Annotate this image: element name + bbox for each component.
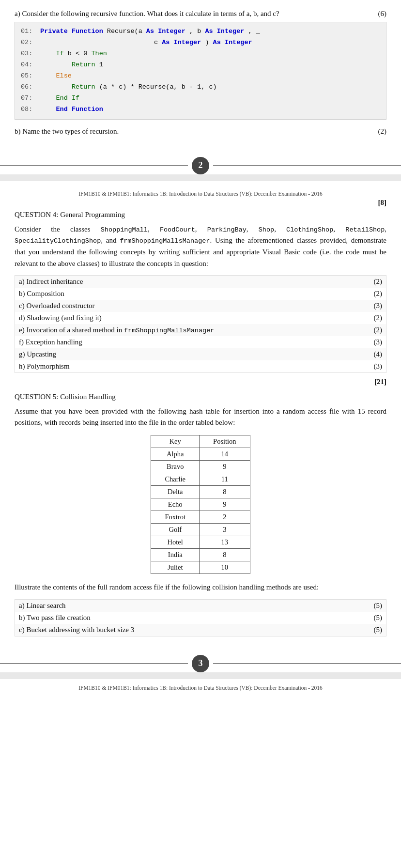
key-echo: Echo	[151, 498, 200, 511]
code-line-06: 06: Return (a * c) * Recurse(a, b - 1, c…	[21, 82, 380, 93]
question4-items: a) Indirect inheritance (2) b) Compositi…	[15, 275, 386, 373]
key-bravo: Bravo	[151, 461, 200, 473]
q4-item-d-marks: (2)	[374, 314, 383, 322]
class-shoppingmall: ShoppingMall	[101, 226, 148, 233]
class-clothingshop: ClothingShop	[286, 226, 333, 233]
footer-band-2	[0, 174, 401, 181]
code-content-04: Return 1	[36, 60, 103, 71]
question4-total: [21]	[15, 378, 386, 386]
collision-item-a: a) Linear search (5)	[15, 600, 386, 612]
table-row: Golf3	[151, 524, 250, 536]
code-content-05: Else	[36, 71, 72, 82]
line-num-02: 02:	[21, 37, 36, 48]
question4-title-bold: QUESTION 4:	[15, 211, 58, 218]
code-content-07: End If	[36, 93, 79, 104]
divider-line-left	[0, 165, 188, 166]
line-num-06: 06:	[21, 82, 36, 93]
bottom-footer-text: IFM1B10 & IFM01B1: Informatics 1B: Intro…	[15, 682, 386, 693]
page3-section: IFM1B10 & IFM01B1: Informatics 1B: Intro…	[0, 181, 401, 646]
kw-else: Else	[56, 72, 72, 79]
pos-foxtrot: 2	[200, 511, 250, 524]
pos-bravo: 9	[200, 461, 250, 473]
question5-subtitle: Collision Handling	[58, 393, 115, 401]
key-charlie: Charlie	[151, 473, 200, 486]
question4-subtitle: General Programming	[58, 211, 124, 218]
question-b-marks: (2)	[378, 127, 387, 136]
pos-hotel: 13	[200, 536, 250, 549]
code-content-03: If b < 0 Then	[36, 48, 107, 60]
question4-body: Consider the classes ShoppingMall, FoodC…	[15, 224, 386, 269]
page2-divider: 2	[0, 157, 401, 174]
code-spaces: c	[36, 39, 162, 46]
question5-title: QUESTION 5: Collision Handling	[15, 393, 386, 401]
code-frm: frmShoppingMallsManager	[124, 327, 214, 334]
page-number-3: 3	[192, 655, 209, 672]
q4-item-c-label: c) Overloaded constructor	[19, 302, 95, 310]
q4-item-g-marks: (4)	[374, 350, 383, 358]
table-header-row: Key Position	[151, 435, 250, 448]
line-num-07: 07:	[21, 93, 36, 104]
col-key: Key	[151, 435, 200, 448]
pos-echo: 9	[200, 498, 250, 511]
page2-top: a) Consider the following recursive func…	[0, 0, 401, 148]
indent1	[36, 50, 52, 57]
table-row: Bravo9	[151, 461, 250, 473]
col-position: Position	[200, 435, 250, 448]
divider-line-right	[213, 165, 401, 166]
q4-item-a-marks: (2)	[374, 278, 383, 286]
code-line-01: 01: Private Function Recurse(a As Intege…	[21, 26, 380, 37]
key-golf: Golf	[151, 524, 200, 536]
page3-divider: 3	[0, 655, 401, 672]
code-line-05: 05: Else	[21, 71, 380, 82]
table-row: Charlie11	[151, 473, 250, 486]
question-a-label: a) Consider the following recursive func…	[15, 10, 279, 18]
class-foodcourt: FoodCourt	[160, 226, 195, 233]
kw-return1: Return	[72, 61, 95, 68]
collision-item-b: b) Two pass file creation (5)	[15, 612, 386, 624]
q4-item-d-label: d) Shadowing (and fixing it)	[19, 314, 102, 322]
key-delta: Delta	[151, 486, 200, 498]
q4-item-f-label: f) Exception handling	[19, 338, 82, 346]
divider-line-left-3	[0, 663, 188, 664]
table-row: Hotel13	[151, 536, 250, 549]
q4-item-h-marks: (3)	[374, 362, 383, 371]
code-block: 01: Private Function Recurse(a As Intege…	[15, 22, 386, 120]
q4-item-c-marks: (3)	[374, 302, 383, 310]
q4-item-b-label: b) Composition	[19, 290, 64, 298]
pos-delta: 8	[200, 486, 250, 498]
q4-item-a-label: a) Indirect inheritance	[19, 278, 83, 286]
kw-endfunction: End Function	[56, 106, 103, 113]
table-row: Foxtrot2	[151, 511, 250, 524]
question-part-a: a) Consider the following recursive func…	[15, 10, 386, 120]
total-marks-q3: [8]	[15, 199, 386, 207]
footer-band-bottom	[0, 672, 401, 679]
bottom-footer: IFM1B10 & IFM01B1: Informatics 1B: Intro…	[0, 679, 401, 696]
kw-asint2: As Integer	[205, 28, 244, 35]
collision-a-marks: (5)	[374, 602, 383, 610]
key-alpha: Alpha	[151, 448, 200, 461]
question5-title-bold: QUESTION 5:	[15, 393, 58, 401]
class-speciality: SpecialityClothingShop	[15, 237, 101, 245]
pos-charlie: 11	[200, 473, 250, 486]
code-recurse: Recurse(a	[107, 28, 146, 35]
line-num-01: 01:	[21, 26, 36, 37]
code-content-06: Return (a * c) * Recurse(a, b - 1, c)	[36, 82, 217, 93]
q4-item-g-label: g) Upcasting	[19, 350, 56, 358]
q4-item-h: h) Polymorphism (3)	[15, 360, 386, 372]
collision-item-c: c) Bucket addressing with bucket size 3 …	[15, 624, 386, 636]
q4-item-f: f) Exception handling (3)	[15, 336, 386, 348]
code-ret1: 1	[99, 61, 103, 68]
collision-c-marks: (5)	[374, 626, 383, 634]
q4-item-e-label: e) Invocation of a shared method in frmS…	[19, 326, 214, 334]
hash-table: Key Position Alpha14 Bravo9 Charlie11 De…	[151, 435, 250, 574]
kw-then: Then	[91, 50, 107, 57]
q4-item-f-marks: (3)	[374, 338, 383, 346]
code-cont: , _	[248, 28, 260, 35]
code-content-08: End Function	[36, 104, 103, 115]
question-b-label: b) Name the two types of recursion.	[15, 127, 119, 136]
collision-a-label: a) Linear search	[19, 602, 66, 610]
pos-india: 8	[200, 549, 250, 561]
question4-title: QUESTION 4: General Programming	[15, 211, 386, 219]
line-num-08: 08:	[21, 104, 36, 115]
indent1d	[36, 106, 52, 113]
